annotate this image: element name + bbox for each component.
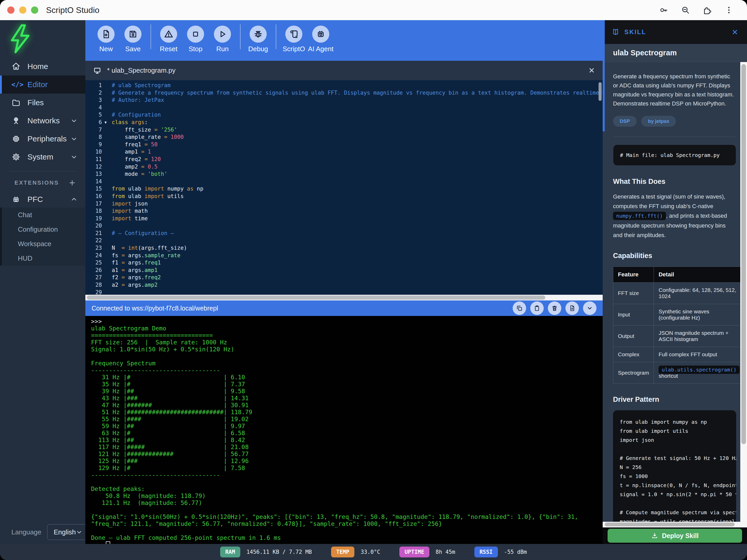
sidebar-subitem-chat[interactable]: Chat [2,208,85,222]
app-logo-lightning-icon [7,23,34,54]
paste-button[interactable] [530,301,544,315]
chevron-up-icon [70,196,78,203]
skill-panel-content: Generate a frequency spectrum from synth… [603,62,740,522]
editor-line: 8 sample_rate = 1000 [85,133,603,141]
menu-kebab-icon[interactable] [724,5,733,15]
window-title: ScriptO Studio [46,5,99,15]
editor-line: 14 [85,178,603,185]
language-select[interactable]: English [47,524,87,540]
sidebar-item-peripherals[interactable]: Peripherals [0,130,85,148]
editor-line: 15from ulab import numpy as np [85,185,603,193]
debug-button[interactable]: Debug [245,20,272,53]
bug-icon [250,26,267,43]
sidebar-item-editor[interactable]: </> Editor [0,76,85,94]
sidebar-item-files[interactable]: Files [0,94,85,112]
chevron-down-icon [70,153,78,161]
deploy-skill-button[interactable]: Deploy Skill [608,529,742,543]
terminal-line: Done — ulab FFT computed 256-point spect… [91,534,602,541]
sidebar-item-networks[interactable]: Networks [0,112,85,130]
editor-line: 13 mode = 'both' [85,170,603,178]
editor-line: 11 freq2 = 120 [85,156,603,163]
chevron-down-icon [70,117,78,124]
sidebar-item-system[interactable]: System [0,148,85,166]
clear-terminal-button[interactable] [548,301,561,315]
terminal-line: 39 Hz |## | 9.58 [91,388,602,395]
close-panel-icon[interactable]: ✕ [732,28,738,37]
language-label: Language [11,528,42,536]
key-icon[interactable] [659,5,668,15]
editor-line: 6▼class args: [85,119,603,126]
minimize-window-button[interactable] [19,6,26,14]
driver-pattern-heading: Driver Pattern [613,396,736,404]
table-row: InputSynthetic sine waves (configurable … [613,304,741,325]
scripto-button[interactable]: ScriptO [280,20,307,53]
skill-panel: SKILL ✕ ulab Spectrogram Generate a freq… [603,20,747,544]
skill-vertical-scrollbar[interactable] [740,62,747,522]
editor-line: 3# Author: JetPax [85,97,603,104]
stop-button[interactable]: Stop [182,20,209,53]
editor-line: 9 freq1 = 50 [85,141,603,149]
add-extension-button[interactable] [68,179,76,187]
table-row: OutputJSON magnitude spectrum + ASCII hi… [613,325,741,347]
download-icon [651,532,658,539]
terminal-line: 59 Hz |## | 9.97 [91,423,602,430]
editor-line: 28a2 = args.amp2 [85,281,603,289]
editor-line: 29 [85,289,603,295]
temp-badge: TEMP [331,546,355,557]
run-button[interactable]: Run [209,20,236,53]
editor-vertical-scrollbar[interactable] [598,82,602,101]
capabilities-table: Feature Detail FFT sizeConfigurable: 64,… [613,267,740,384]
fold-marker-icon[interactable]: ▼ [104,119,107,126]
close-window-button[interactable] [7,6,15,14]
sidebar-subitem-configuration[interactable]: Configuration [2,222,85,237]
skill-name: ulab Spectrogram [613,49,677,57]
terminal-line: 129 Hz |# | 7.58 [91,464,602,472]
skill-description: Generate a frequency spectrum from synth… [613,72,736,108]
sidebar: Home </> Editor Files Networks Periphera… [0,20,85,544]
terminal-line: 121 Hz |############# | 56.77 [91,451,602,458]
editor-line: 18import math [85,207,603,215]
editor-line: 22 [85,237,603,244]
sidebar-item-pfc[interactable]: PFC [0,191,85,208]
editor-horizontal-scrollbar[interactable] [85,295,603,300]
editor-line: 20 [85,222,603,230]
terminal-output[interactable]: >>> ulab Spectrogram Demo===============… [85,316,603,544]
sidebar-subitem-workspace[interactable]: Workspace [2,237,85,251]
zoom-out-icon[interactable] [681,5,690,15]
terminal-line: 47 Hz |####### | 30.91 [91,402,602,409]
sidebar-item-home[interactable]: Home [0,57,85,76]
editor-line: 27f2 = args.freq2 [85,274,603,281]
close-tab-icon[interactable]: ✕ [588,66,595,75]
reset-button[interactable]: Reset [155,20,182,53]
skill-horizontal-scrollbar[interactable] [603,522,747,527]
what-this-does-heading: What This Does [613,178,736,186]
save-icon [124,26,141,43]
scroll-icon [285,26,302,43]
play-icon [214,26,231,43]
folder-icon [11,98,21,107]
collapse-terminal-button[interactable] [583,301,596,315]
toolbar-separator [276,24,276,49]
sidebar-subitem-hud[interactable]: HUD [2,251,85,266]
editor-line: 4 [85,104,603,111]
editor-line: 16from ulab import utils [85,193,603,200]
copy-button[interactable] [513,301,526,315]
terminal-line: ulab Spectrogram Demo [91,325,602,332]
log-button[interactable] [565,301,579,315]
extensions-section-label: EXTENSIONS [15,180,59,186]
zoom-window-button[interactable] [31,6,38,14]
table-row: FFT sizeConfigurable: 64, 128, 256, 512,… [613,283,741,304]
new-button[interactable]: New [93,20,120,53]
code-editor[interactable]: 1# ulab Spectrogram2# Generate a frequen… [85,80,603,295]
extensions-icon[interactable] [702,5,712,15]
terminal-line [91,506,602,513]
table-row: Spectrogramulab.utils.spectrogram() shor… [613,362,741,384]
terminal-line: 117 Hz |##### | 21.08 [91,444,602,451]
ai-agent-button[interactable]: AI Agent [307,20,334,53]
robot-icon [11,195,21,204]
terminal-line: >>> [91,541,602,544]
warning-icon [160,26,177,43]
terminal-cursor [106,541,110,544]
save-button[interactable]: Save [120,20,147,53]
tab-ulab-spectrogram[interactable]: * ulab_Spectrogram.py [107,66,175,75]
